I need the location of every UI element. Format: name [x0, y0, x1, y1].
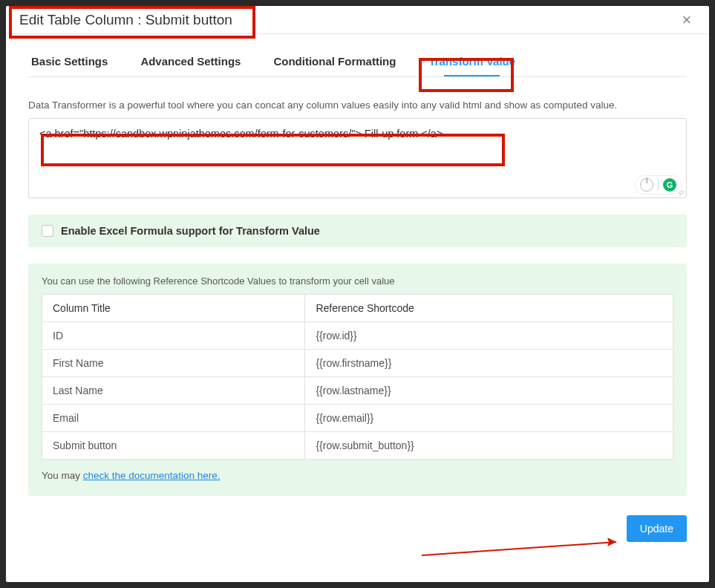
ref-code: {{row.firstname}} [305, 350, 673, 377]
ref-code: {{row.email}} [305, 405, 673, 432]
ref-code: {{row.id}} [305, 322, 673, 350]
table-row: Submit button {{row.submit_button}} [42, 432, 673, 460]
resize-handle-icon[interactable] [679, 190, 685, 196]
ref-title: Last Name [42, 377, 305, 405]
tab-transform-value[interactable]: Transform Value [425, 50, 518, 76]
table-row: ID {{row.id}} [42, 322, 673, 350]
close-button[interactable]: × [678, 11, 696, 29]
ref-code: {{row.submit_button}} [305, 432, 673, 460]
tab-basic-settings[interactable]: Basic Settings [28, 50, 111, 76]
excel-support-checkbox[interactable] [42, 225, 53, 237]
tab-advanced-settings[interactable]: Advanced Settings [137, 50, 244, 76]
table-row: Email {{row.email}} [42, 405, 673, 432]
ref-title: First Name [42, 350, 305, 377]
grammarly-icon[interactable]: G [663, 178, 676, 192]
reference-table: Column Title Reference Shortcode ID {{ro… [42, 294, 673, 460]
transform-description: Data Transformer is a powerful tool wher… [28, 99, 687, 111]
reference-col-title: Column Title [42, 295, 305, 322]
excel-support-box: Enable Excel Formula support for Transfo… [28, 215, 687, 247]
page-title: Edit Table Column : Submit button [19, 12, 232, 28]
tab-conditional-formatting[interactable]: Conditional Formatting [270, 50, 399, 76]
tabs: Basic Settings Advanced Settings Conditi… [28, 50, 687, 77]
ref-title: ID [42, 322, 305, 350]
toolbar-separator [658, 179, 659, 191]
ref-title: Submit button [42, 432, 305, 460]
transform-editor[interactable]: <a href="https://sandbox.wpninjathemes.c… [28, 118, 687, 198]
documentation-link[interactable]: check the documentation here. [83, 470, 221, 481]
reference-col-shortcode: Reference Shortcode [305, 295, 673, 322]
power-icon[interactable] [640, 178, 653, 192]
doc-line: You may check the documentation here. [42, 470, 673, 481]
ref-code: {{row.lastname}} [305, 377, 673, 405]
close-icon: × [682, 12, 692, 28]
reference-hint: You can use the following Reference Shor… [42, 275, 673, 287]
update-button[interactable]: Update [627, 515, 687, 542]
ref-title: Email [42, 405, 305, 432]
reference-box: You can use the following Reference Shor… [28, 264, 687, 496]
editor-toolbar: G [635, 175, 682, 195]
table-row: Last Name {{row.lastname}} [42, 377, 673, 405]
transform-editor-content: <a href="https://sandbox.wpninjathemes.c… [39, 128, 443, 140]
table-row: First Name {{row.firstname}} [42, 350, 673, 377]
excel-support-label: Enable Excel Formula support for Transfo… [61, 225, 320, 237]
